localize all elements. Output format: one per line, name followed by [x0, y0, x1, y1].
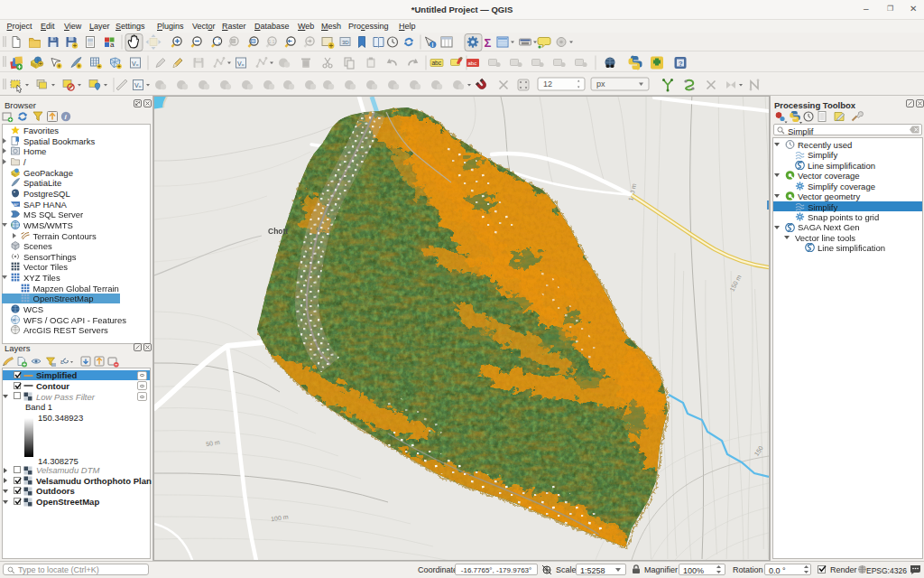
svg-text:Vₒ: Vₒ	[132, 61, 139, 67]
svg-text:px: px	[596, 79, 605, 89]
svg-text:W: W	[12, 318, 15, 322]
svg-text:?: ?	[679, 60, 683, 68]
svg-text:i: i	[432, 42, 434, 48]
svg-text:Σ: Σ	[485, 36, 492, 50]
svg-text:SAP: SAP	[11, 201, 18, 206]
svg-text:3D: 3D	[342, 40, 349, 45]
svg-text:abc: abc	[432, 60, 442, 66]
svg-text:a: a	[110, 41, 115, 49]
svg-text:Vₒ: Vₒ	[134, 82, 142, 89]
svg-text:1:1: 1:1	[269, 39, 275, 44]
svg-text:abc: abc	[468, 61, 477, 66]
svg-text:12: 12	[543, 79, 552, 89]
svg-text:Vₒ: Vₒ	[237, 61, 245, 67]
svg-text:Chott: Chott	[268, 227, 288, 236]
